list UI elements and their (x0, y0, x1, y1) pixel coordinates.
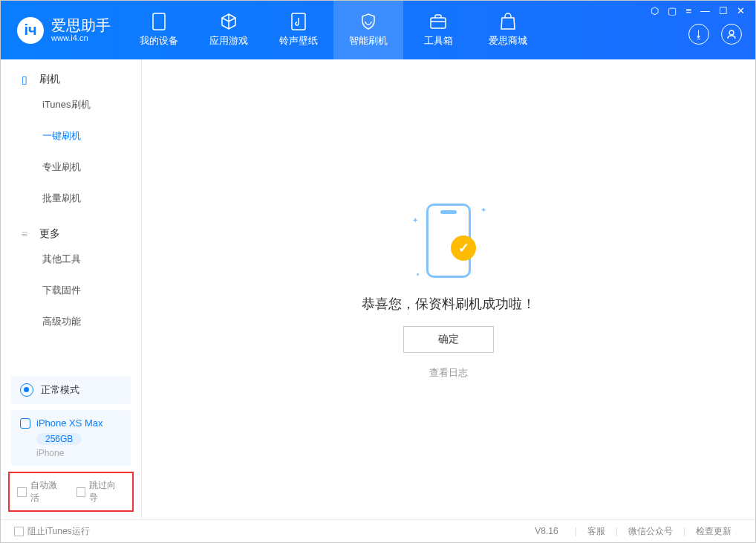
checkbox-skip-wizard[interactable]: 跳过向导 (76, 479, 126, 504)
sidebar-item-other-tools[interactable]: 其他工具 (1, 244, 141, 275)
mode-indicator-icon (20, 383, 33, 397)
sidebar-item-advanced[interactable]: 高级功能 (1, 306, 141, 337)
storage-badge: 256GB (36, 433, 82, 445)
svg-rect-0 (153, 13, 165, 30)
nav-toolbox[interactable]: 工具箱 (403, 1, 473, 59)
feedback-icon[interactable]: ▢ (668, 5, 677, 16)
sparkle-icon: ✦ (480, 206, 486, 214)
minimize-button[interactable]: ― (700, 5, 710, 16)
phone-icon (150, 13, 168, 30)
ok-button[interactable]: 确定 (403, 326, 494, 353)
toolbox-icon (429, 13, 447, 30)
sidebar-item-oneclick-flash[interactable]: 一键刷机 (1, 120, 141, 152)
checkmark-badge-icon: ✓ (451, 235, 476, 261)
device-name: iPhone XS Max (36, 417, 103, 429)
main-nav: 我的设备 应用游戏 铃声壁纸 智能刷机 工具箱 爱思商城 (124, 1, 543, 59)
window-controls: ⬡ ▢ ≡ ― ☐ ✕ ⭳ (651, 1, 755, 59)
phone-small-icon (20, 418, 30, 429)
list-icon: ≡ (22, 228, 32, 240)
sidebar-section-flash: ▯ 刷机 (1, 59, 141, 89)
refresh-shield-icon (359, 13, 377, 30)
main-content: ✦ ✦ • ✓ 恭喜您，保资料刷机成功啦！ 确定 查看日志 (142, 59, 755, 519)
checkbox-block-itunes[interactable]: 阻止iTunes运行 (14, 525, 90, 538)
close-button[interactable]: ✕ (737, 5, 745, 16)
sidebar: ▯ 刷机 iTunes刷机 一键刷机 专业刷机 批量刷机 ≡ 更多 其他工具 下… (1, 59, 142, 519)
checkbox-icon (17, 487, 27, 497)
version-label: V8.16 (535, 526, 558, 536)
mode-label: 正常模式 (41, 383, 79, 397)
nav-store[interactable]: 爱思商城 (473, 1, 543, 59)
svg-point-3 (729, 30, 734, 35)
device-card[interactable]: iPhone XS Max 256GB iPhone (11, 410, 131, 466)
logo-area: iч 爱思助手 www.i4.cn (1, 17, 124, 44)
maximize-button[interactable]: ☐ (719, 5, 728, 16)
footer: 阻止iTunes运行 V8.16 | 客服 | 微信公众号 | 检查更新 (1, 519, 755, 542)
menu-icon[interactable]: ≡ (685, 5, 691, 16)
footer-link-support[interactable]: 客服 (587, 525, 605, 538)
mode-card[interactable]: 正常模式 (11, 376, 131, 404)
logo-icon: iч (17, 17, 44, 44)
sparkle-icon: • (417, 270, 420, 279)
checkbox-icon (76, 487, 86, 497)
success-illustration: ✦ ✦ • ✓ (415, 200, 482, 282)
nav-ringtone-wallpaper[interactable]: 铃声壁纸 (264, 1, 333, 59)
user-button[interactable] (721, 24, 742, 45)
cube-icon (220, 13, 238, 30)
sidebar-section-more: ≡ 更多 (1, 214, 141, 244)
checkbox-auto-activate[interactable]: 自动激活 (17, 479, 66, 504)
bag-icon (499, 13, 517, 30)
sidebar-item-itunes-flash[interactable]: iTunes刷机 (1, 89, 141, 120)
logo-title: 爱思助手 (51, 17, 111, 33)
tshirt-icon[interactable]: ⬡ (651, 5, 659, 16)
svg-rect-2 (431, 18, 446, 28)
nav-apps-games[interactable]: 应用游戏 (194, 1, 264, 59)
checks-highlight-box: 自动激活 跳过向导 (8, 472, 134, 512)
download-button[interactable]: ⭳ (688, 24, 709, 45)
nav-my-device[interactable]: 我的设备 (124, 1, 194, 59)
sidebar-item-batch-flash[interactable]: 批量刷机 (1, 183, 141, 214)
footer-link-wechat[interactable]: 微信公众号 (628, 525, 673, 538)
sparkle-icon: ✦ (412, 216, 418, 224)
logo-subtitle: www.i4.cn (51, 33, 111, 42)
device-icon: ▯ (22, 74, 32, 85)
checkbox-icon (14, 527, 24, 536)
nav-smart-flash[interactable]: 智能刷机 (333, 1, 403, 59)
success-message: 恭喜您，保资料刷机成功啦！ (362, 295, 535, 313)
footer-link-update[interactable]: 检查更新 (696, 525, 731, 538)
music-file-icon (290, 13, 307, 30)
sidebar-item-pro-flash[interactable]: 专业刷机 (1, 152, 141, 183)
view-log-link[interactable]: 查看日志 (429, 366, 468, 380)
header: iч 爱思助手 www.i4.cn 我的设备 应用游戏 铃声壁纸 智能刷机 工具… (1, 1, 755, 59)
sidebar-item-download-firmware[interactable]: 下载固件 (1, 275, 141, 306)
device-type: iPhone (36, 448, 122, 458)
